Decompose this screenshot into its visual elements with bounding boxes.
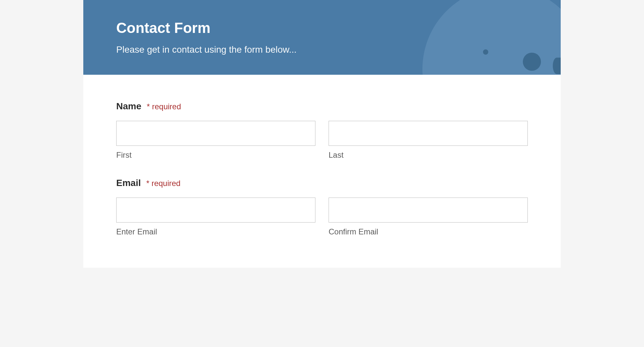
confirm-email-input[interactable] <box>329 198 528 223</box>
first-name-input[interactable] <box>116 121 315 146</box>
email-field-group: Email * required Enter Email Confirm Ema… <box>116 178 528 236</box>
name-label: Name <box>116 101 141 111</box>
header-decoration <box>422 0 561 75</box>
form-title: Contact Form <box>116 20 528 36</box>
last-name-input[interactable] <box>329 121 528 146</box>
form-subtitle: Please get in contact using the form bel… <box>116 44 528 55</box>
email-label: Email <box>116 178 141 188</box>
form-header: Contact Form Please get in contact using… <box>83 0 561 75</box>
name-required-marker: * required <box>147 102 181 111</box>
first-name-sublabel: First <box>116 150 315 160</box>
last-name-sublabel: Last <box>329 150 528 160</box>
name-field-group: Name * required First Last <box>116 101 528 160</box>
enter-email-sublabel: Enter Email <box>116 227 315 236</box>
form-body: Name * required First Last Email * requi… <box>83 75 561 268</box>
email-required-marker: * required <box>146 179 180 188</box>
confirm-email-sublabel: Confirm Email <box>329 227 528 236</box>
enter-email-input[interactable] <box>116 198 315 223</box>
